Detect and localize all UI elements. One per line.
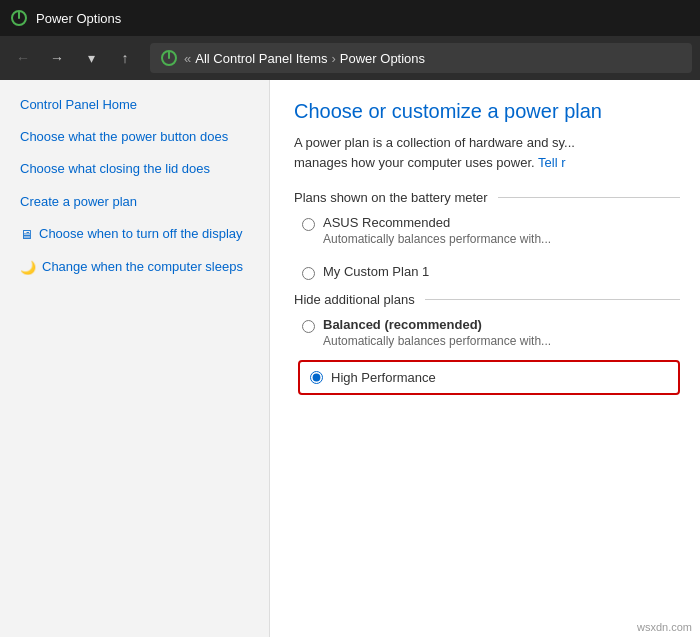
- navigation-bar: ← → ▾ ↑ « All Control Panel Items › Powe…: [0, 36, 700, 80]
- sidebar-label-close-lid: Choose what closing the lid does: [20, 160, 210, 178]
- sidebar-label-sleep: Change when the computer sleeps: [42, 258, 243, 276]
- radio-balanced[interactable]: [302, 320, 315, 333]
- dropdown-button[interactable]: ▾: [76, 43, 106, 73]
- section-additional-label: Hide additional plans: [294, 292, 680, 307]
- titlebar-icon: [10, 9, 28, 27]
- radio-asus-recommended[interactable]: [302, 218, 315, 231]
- sidebar-item-turn-off-display[interactable]: 🖥 Choose when to turn off the display: [20, 225, 269, 244]
- plans-battery-group: ASUS Recommended Automatically balances …: [294, 215, 680, 280]
- back-button[interactable]: ←: [8, 43, 38, 73]
- sidebar-label-turn-off-display: Choose when to turn off the display: [39, 225, 243, 243]
- section-battery-label: Plans shown on the battery meter: [294, 190, 680, 205]
- description-text-2: manages how your computer uses power.: [294, 155, 538, 170]
- address-separator: ›: [331, 51, 335, 66]
- content-area: Choose or customize a power plan A power…: [270, 80, 700, 637]
- sidebar-label-control-panel-home: Control Panel Home: [20, 96, 137, 114]
- content-description: A power plan is a collection of hardware…: [294, 133, 680, 172]
- plans-additional-group: Balanced (recommended) Automatically bal…: [294, 317, 680, 348]
- address-bar[interactable]: « All Control Panel Items › Power Option…: [150, 43, 692, 73]
- address-prefix: «: [184, 51, 191, 66]
- plan-option-asus-recommended: ASUS Recommended Automatically balances …: [302, 215, 680, 246]
- display-icon: 🖥: [20, 226, 33, 244]
- sidebar-item-control-panel-home[interactable]: Control Panel Home: [20, 96, 269, 114]
- plan-option-balanced: Balanced (recommended) Automatically bal…: [302, 317, 680, 348]
- tell-me-more-link[interactable]: Tell r: [538, 155, 565, 170]
- titlebar-title: Power Options: [36, 11, 121, 26]
- radio-my-custom-plan[interactable]: [302, 267, 315, 280]
- sleep-icon: 🌙: [20, 259, 36, 277]
- sidebar-item-create-plan[interactable]: Create a power plan: [20, 193, 269, 211]
- watermark: wsxdn.com: [637, 621, 692, 633]
- sidebar-label-power-button: Choose what the power button does: [20, 128, 228, 146]
- plan-name-balanced: Balanced (recommended): [323, 317, 551, 332]
- radio-high-performance[interactable]: [310, 371, 323, 384]
- main-area: Control Panel Home Choose what the power…: [0, 80, 700, 637]
- plan-option-high-performance-highlighted: High Performance: [298, 360, 680, 395]
- plan-desc-balanced: Automatically balances performance with.…: [323, 334, 551, 348]
- description-text: A power plan is a collection of hardware…: [294, 135, 575, 150]
- forward-button[interactable]: →: [42, 43, 72, 73]
- sidebar-item-power-button[interactable]: Choose what the power button does: [20, 128, 269, 146]
- sidebar-label-create-plan: Create a power plan: [20, 193, 137, 211]
- sidebar-item-close-lid[interactable]: Choose what closing the lid does: [20, 160, 269, 178]
- address-bar-icon: [160, 49, 178, 67]
- address-power-options: Power Options: [340, 51, 425, 66]
- plan-desc-asus-recommended: Automatically balances performance with.…: [323, 232, 551, 246]
- address-text: « All Control Panel Items › Power Option…: [184, 51, 425, 66]
- address-all-control-panel: All Control Panel Items: [195, 51, 327, 66]
- plan-name-asus-recommended: ASUS Recommended: [323, 215, 551, 230]
- plan-name-my-custom-plan: My Custom Plan 1: [323, 264, 429, 279]
- sidebar: Control Panel Home Choose what the power…: [0, 80, 270, 637]
- plan-name-high-performance: High Performance: [331, 370, 436, 385]
- sidebar-item-sleep[interactable]: 🌙 Change when the computer sleeps: [20, 258, 269, 277]
- up-button[interactable]: ↑: [110, 43, 140, 73]
- content-title: Choose or customize a power plan: [294, 100, 680, 123]
- plan-option-my-custom-plan: My Custom Plan 1: [302, 264, 680, 280]
- title-bar: Power Options: [0, 0, 700, 36]
